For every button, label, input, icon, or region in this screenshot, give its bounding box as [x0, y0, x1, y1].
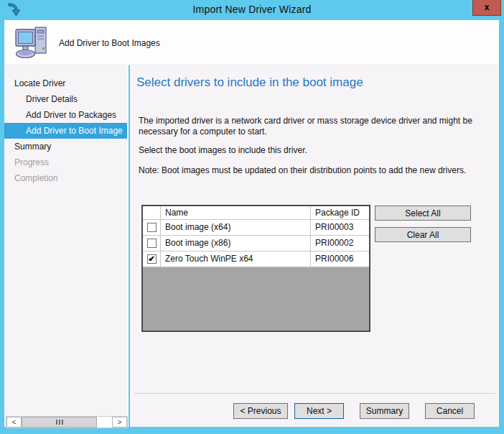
- scrollbar-left-arrow[interactable]: <: [6, 417, 22, 428]
- step-add-driver-to-packages[interactable]: Add Driver to Packages: [4, 107, 127, 123]
- previous-button[interactable]: < Previous: [233, 403, 288, 419]
- note-text: Note: Boot images must be updated on the…: [139, 165, 495, 176]
- table-row[interactable]: Boot image (x64) PRI00003: [143, 220, 369, 236]
- step-locate-driver[interactable]: Locate Driver: [4, 75, 127, 91]
- step-summary[interactable]: Summary: [4, 139, 127, 154]
- column-header-name[interactable]: Name: [161, 206, 311, 219]
- row-checkbox[interactable]: [147, 223, 157, 232]
- header-title: Add Driver to Boot Images: [59, 38, 160, 48]
- wizard-steps-sidebar: Locate Driver Driver Details Add Driver …: [4, 65, 129, 427]
- clear-all-button[interactable]: Clear All: [375, 227, 471, 242]
- scrollbar-track[interactable]: [97, 417, 112, 428]
- sidebar-horizontal-scrollbar[interactable]: < >: [6, 416, 128, 428]
- step-progress: Progress: [4, 154, 127, 170]
- import-driver-wizard-window: Import New Driver Wizard x Add Driver to: [0, 0, 504, 434]
- table-row[interactable]: Boot image (x86) PRI00002: [143, 236, 369, 251]
- column-header-package-id[interactable]: Package ID: [311, 206, 369, 219]
- table-row[interactable]: ✔ Zero Touch WinPE x64 PRI00006: [143, 251, 369, 267]
- titlebar: Import New Driver Wizard x: [0, 0, 504, 20]
- page-title: Select drivers to include in the boot im…: [136, 75, 363, 90]
- row-package-id: PRI00002: [311, 236, 369, 251]
- wizard-header: Add Driver to Boot Images: [4, 20, 499, 65]
- header-checkbox-column: [143, 206, 161, 219]
- instruction-text: Select the boot images to include this d…: [139, 145, 495, 156]
- row-name: Boot image (x86): [161, 236, 311, 251]
- next-button[interactable]: Next >: [294, 403, 344, 419]
- row-checkbox-checked[interactable]: ✔: [147, 254, 157, 264]
- step-completion: Completion: [4, 170, 127, 186]
- row-package-id: PRI00006: [311, 251, 369, 267]
- scrollbar-right-arrow[interactable]: >: [112, 417, 127, 428]
- footer-divider: [134, 393, 495, 394]
- cancel-button[interactable]: Cancel: [425, 403, 475, 419]
- close-button[interactable]: x: [472, 0, 501, 16]
- row-name: Zero Touch WinPE x64: [161, 251, 311, 267]
- computer-icon: [14, 25, 51, 61]
- step-add-driver-to-boot-image[interactable]: Add Driver to Boot Image: [4, 123, 127, 139]
- wizard-page-body: Select drivers to include in the boot im…: [130, 65, 499, 427]
- window-title: Import New Driver Wizard: [0, 4, 504, 15]
- description-text: The imported driver is a network card dr…: [139, 116, 495, 137]
- select-all-button[interactable]: Select All: [375, 206, 471, 221]
- scrollbar-thumb[interactable]: [22, 417, 97, 428]
- table-header-row: Name Package ID: [143, 206, 369, 220]
- row-package-id: PRI00003: [311, 220, 369, 235]
- row-checkbox[interactable]: [147, 239, 157, 248]
- scrollbar-thumb-grip-icon: [56, 420, 64, 425]
- boot-images-table: Name Package ID Boot image (x64) PRI0000…: [141, 205, 370, 332]
- step-driver-details[interactable]: Driver Details: [4, 91, 127, 107]
- row-name: Boot image (x64): [161, 220, 311, 235]
- summary-button[interactable]: Summary: [360, 403, 409, 419]
